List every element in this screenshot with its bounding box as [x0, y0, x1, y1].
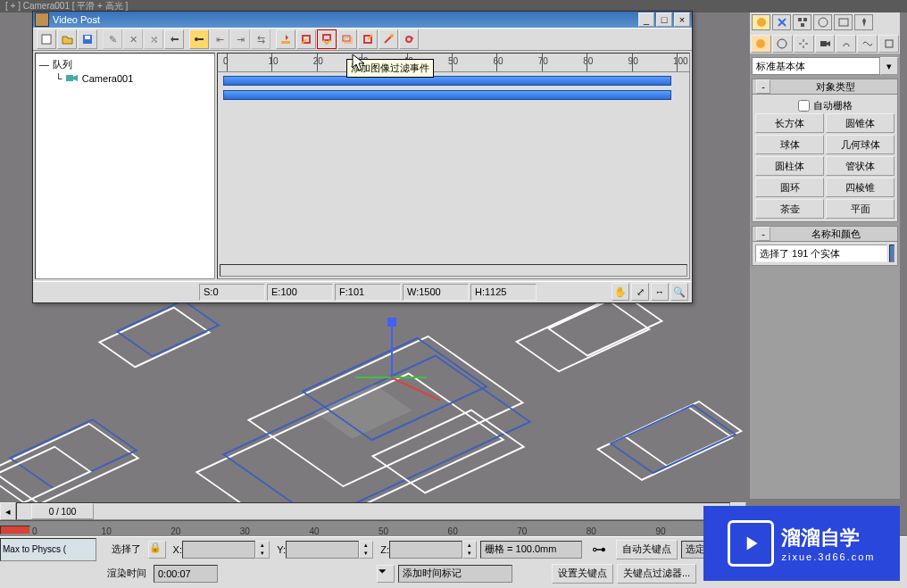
- svg-rect-1: [798, 18, 802, 21]
- modify-panel-icon[interactable]: [772, 14, 791, 30]
- systems-tab-icon[interactable]: [878, 35, 899, 53]
- utilities-panel-icon[interactable]: [854, 14, 873, 30]
- geometry-tab-icon[interactable]: [751, 35, 771, 53]
- add-input-event-icon[interactable]: [296, 29, 316, 49]
- geo-球体[interactable]: 球体: [755, 135, 824, 154]
- close-button[interactable]: ×: [674, 12, 690, 27]
- svg-rect-15: [281, 41, 290, 44]
- autogrid-checkbox[interactable]: [798, 100, 810, 112]
- spacewarps-tab-icon[interactable]: [857, 35, 878, 53]
- video-post-titlebar[interactable]: Video Post _ □ ×: [33, 12, 692, 28]
- h-scrollbar[interactable]: [220, 264, 687, 277]
- open-sequence-icon[interactable]: [57, 29, 77, 49]
- execute-icon[interactable]: [164, 29, 184, 49]
- svg-rect-12: [85, 36, 90, 39]
- align-right-icon[interactable]: ⇥: [230, 29, 250, 49]
- color-swatch[interactable]: [889, 244, 895, 262]
- queue-tree[interactable]: — 队列 └ Camera001: [35, 53, 215, 279]
- prev-frame-icon[interactable]: ◂: [0, 502, 16, 520]
- lights-tab-icon[interactable]: [794, 35, 814, 53]
- name-input[interactable]: [755, 244, 887, 262]
- time-handle[interactable]: 0 / 100: [31, 503, 94, 519]
- x-input[interactable]: [182, 541, 255, 559]
- maxscript-prompt[interactable]: Max to Physcs (: [0, 538, 96, 561]
- timeline-tracks[interactable]: [217, 72, 690, 279]
- create-panel-icon[interactable]: [752, 14, 770, 30]
- abut-icon[interactable]: ⇆: [251, 29, 270, 49]
- geo-茶壶[interactable]: 茶壶: [755, 199, 824, 219]
- pan-icon[interactable]: ✋: [612, 283, 629, 301]
- lock-selection-icon[interactable]: 🔒: [148, 541, 166, 559]
- zoom-extents-icon[interactable]: ⤢: [631, 283, 649, 301]
- time-slider[interactable]: ◂ 0 / 100 ▸: [0, 502, 746, 520]
- geo-平面[interactable]: 平面: [826, 199, 895, 219]
- save-sequence-icon[interactable]: [78, 29, 97, 49]
- align-left-icon[interactable]: ⇤: [210, 29, 229, 49]
- shapes-tab-icon[interactable]: [772, 35, 793, 53]
- new-sequence-icon[interactable]: [37, 29, 56, 49]
- svg-rect-9: [886, 40, 893, 47]
- geo-几何球体[interactable]: 几何球体: [826, 135, 895, 154]
- edit-event-icon[interactable]: ✎: [103, 29, 122, 49]
- motion-panel-icon[interactable]: [813, 14, 832, 30]
- name-color-header[interactable]: -名称和颜色: [753, 227, 897, 242]
- geo-圆锥体[interactable]: 圆锥体: [826, 113, 895, 133]
- time-tag-icon[interactable]: ⏷: [377, 565, 395, 583]
- timeline-ruler[interactable]: 0102030405060708090100: [217, 53, 690, 72]
- geo-四棱锥[interactable]: 四棱锥: [826, 178, 895, 197]
- camera-entry[interactable]: └ Camera001: [39, 71, 211, 86]
- auto-key-button[interactable]: 自动关键点: [616, 540, 678, 559]
- status-w: W:1500: [403, 284, 469, 301]
- geo-长方体[interactable]: 长方体: [755, 113, 824, 133]
- add-external-event-icon[interactable]: [379, 29, 398, 49]
- y-label: Y:: [273, 544, 286, 555]
- active-range-marker[interactable]: [0, 526, 30, 534]
- queue-root[interactable]: — 队列: [39, 57, 211, 71]
- svg-point-6: [756, 39, 765, 48]
- add-loop-event-icon[interactable]: [399, 29, 419, 49]
- time-ruler[interactable]: 0102030405060708090100: [0, 520, 746, 538]
- key-mode-icon[interactable]: ⊶: [586, 541, 612, 558]
- geo-管状体[interactable]: 管状体: [826, 156, 895, 176]
- z-input[interactable]: [389, 541, 462, 559]
- helpers-tab-icon[interactable]: [836, 35, 856, 53]
- set-key-button[interactable]: 设置关键点: [552, 564, 613, 584]
- edit-range-icon[interactable]: [189, 29, 209, 49]
- cameras-tab-icon[interactable]: [815, 35, 836, 53]
- add-output-event-icon[interactable]: [358, 29, 378, 49]
- svg-point-21: [390, 34, 394, 37]
- minimize-button[interactable]: _: [638, 12, 654, 27]
- z-spinner[interactable]: ▴▾: [462, 541, 477, 559]
- hierarchy-panel-icon[interactable]: [793, 14, 811, 30]
- svg-point-4: [819, 18, 828, 27]
- zoom-region-icon[interactable]: 🔍: [670, 283, 688, 301]
- add-layer-event-icon[interactable]: [337, 29, 357, 49]
- command-panel: 标准基本体 ▾ -对象类型 自动栅格 长方体圆锥体球体几何球体圆柱体管状体圆环四…: [750, 12, 900, 499]
- status-e: E:100: [267, 284, 333, 301]
- zoom-time-icon[interactable]: ↔: [651, 283, 669, 301]
- video-post-title: Video Post: [53, 14, 100, 25]
- track-bar[interactable]: [223, 90, 671, 100]
- tooltip: 添加图像过滤事件: [346, 59, 434, 78]
- geometry-dropdown[interactable]: 标准基本体: [752, 57, 880, 75]
- display-panel-icon[interactable]: [834, 14, 853, 30]
- add-filter-event-icon[interactable]: [317, 29, 337, 49]
- geo-圆环[interactable]: 圆环: [755, 178, 824, 197]
- track-bar[interactable]: [223, 76, 671, 86]
- dropdown-arrow-icon[interactable]: ▾: [880, 57, 898, 75]
- geo-圆柱体[interactable]: 圆柱体: [755, 156, 824, 176]
- key-filter-button[interactable]: 关键点过滤器...: [617, 564, 696, 584]
- y-input[interactable]: [286, 541, 359, 559]
- play-icon: [728, 520, 774, 567]
- video-post-toolbar: ✎ ✕ ⤭ ⇤ ⇥ ⇆: [33, 28, 692, 51]
- svg-rect-19: [345, 37, 352, 43]
- object-type-header[interactable]: -对象类型: [753, 79, 897, 95]
- x-label: X:: [170, 544, 182, 555]
- add-scene-event-icon[interactable]: [276, 29, 295, 49]
- swap-event-icon[interactable]: ⤭: [144, 29, 163, 49]
- x-spinner[interactable]: ▴▾: [255, 541, 270, 559]
- maximize-button[interactable]: □: [656, 12, 672, 27]
- add-time-tag[interactable]: 添加时间标记: [398, 565, 512, 583]
- delete-event-icon[interactable]: ✕: [123, 29, 143, 49]
- y-spinner[interactable]: ▴▾: [359, 541, 373, 559]
